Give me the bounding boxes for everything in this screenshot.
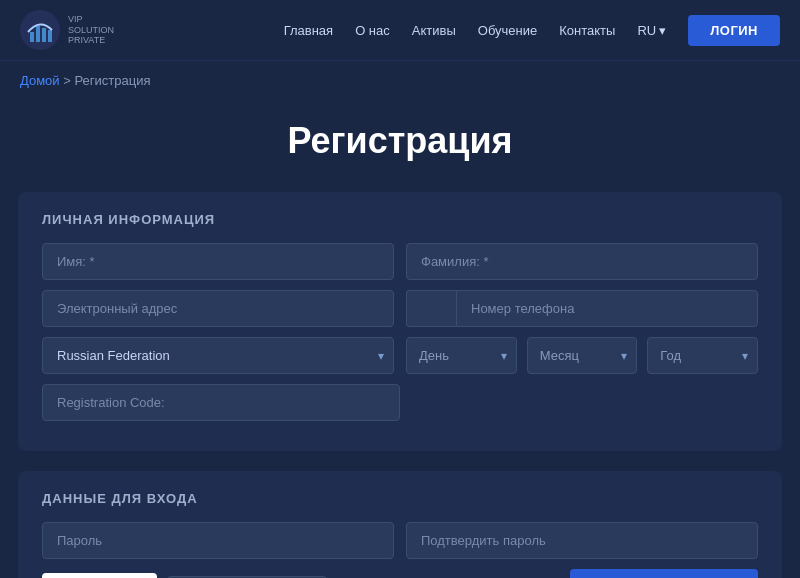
password-input[interactable]	[42, 522, 394, 559]
year-select-wrapper: Год 20002001 ▾	[647, 337, 758, 374]
day-select-wrapper: День 123 ▾	[406, 337, 517, 374]
main-nav: Главная О нас Активы Обучение Контакты R…	[284, 15, 780, 46]
phone-prefix-input[interactable]: 7	[406, 290, 456, 327]
breadcrumb-home[interactable]: Домой	[20, 73, 60, 88]
captcha-register-row: DSEET Я прочитал, понял и принимаю Услов…	[42, 569, 758, 578]
year-select[interactable]: Год 20002001	[647, 337, 758, 374]
month-select-wrapper: Месяц 123 ▾	[527, 337, 638, 374]
breadcrumb: Домой > Регистрация	[0, 61, 800, 100]
password-wrapper	[42, 522, 394, 559]
page-title: Регистрация	[0, 100, 800, 192]
login-section-title: ДАННЫЕ ДЛЯ ВХОДА	[42, 491, 758, 506]
personal-info-section: ЛИЧНАЯ ИНФОРМАЦИЯ 7 Russian Federation U…	[18, 192, 782, 451]
email-wrapper	[42, 290, 394, 327]
password-row	[42, 522, 758, 559]
first-name-wrapper	[42, 243, 394, 280]
svg-rect-2	[36, 26, 40, 42]
logo-text: VIP SOLUTION PRIVATE	[68, 14, 128, 46]
breadcrumb-current: Регистрация	[74, 73, 150, 88]
nav-about[interactable]: О нас	[355, 23, 390, 38]
logo-area: VIP SOLUTION PRIVATE	[20, 10, 128, 50]
day-select[interactable]: День 123	[406, 337, 517, 374]
first-name-input[interactable]	[42, 243, 394, 280]
svg-rect-1	[30, 32, 34, 42]
nav-contacts[interactable]: Контакты	[559, 23, 615, 38]
breadcrumb-separator: >	[63, 73, 71, 88]
login-button[interactable]: ЛОГИН	[688, 15, 780, 46]
captcha-image: DSEET	[42, 573, 157, 578]
phone-input[interactable]	[456, 290, 758, 327]
chevron-down-icon: ▾	[659, 23, 666, 38]
country-select[interactable]: Russian Federation United States Germany…	[42, 337, 394, 374]
language-selector[interactable]: RU ▾	[637, 23, 666, 38]
reg-code-row	[42, 384, 758, 421]
country-date-row: Russian Federation United States Germany…	[42, 337, 758, 374]
confirm-password-wrapper	[406, 522, 758, 559]
reg-code-wrapper	[42, 384, 400, 421]
country-select-wrapper: Russian Federation United States Germany…	[42, 337, 394, 374]
name-row	[42, 243, 758, 280]
header: VIP SOLUTION PRIVATE Главная О нас Актив…	[0, 0, 800, 61]
login-data-section: ДАННЫЕ ДЛЯ ВХОДА DSEET Я прочитал, понял…	[18, 471, 782, 578]
last-name-input[interactable]	[406, 243, 758, 280]
nav-assets[interactable]: Активы	[412, 23, 456, 38]
bottom-right: Я прочитал, понял и принимаю Условия и П…	[337, 569, 758, 578]
register-button[interactable]: ЗАРЕГИСТРОВАТЬСЯСЕЙЧАС	[570, 569, 758, 578]
registration-code-input[interactable]	[42, 384, 400, 421]
month-select[interactable]: Месяц 123	[527, 337, 638, 374]
logo-icon	[20, 10, 60, 50]
email-phone-row: 7	[42, 290, 758, 327]
nav-home[interactable]: Главная	[284, 23, 333, 38]
last-name-wrapper	[406, 243, 758, 280]
email-input[interactable]	[42, 290, 394, 327]
personal-section-title: ЛИЧНАЯ ИНФОРМАЦИЯ	[42, 212, 758, 227]
svg-rect-3	[42, 28, 46, 42]
confirm-password-input[interactable]	[406, 522, 758, 559]
date-row: День 123 ▾ Месяц 123 ▾ Год 20002001 ▾	[406, 337, 758, 374]
nav-education[interactable]: Обучение	[478, 23, 537, 38]
phone-wrapper: 7	[406, 290, 758, 327]
svg-rect-4	[48, 30, 52, 42]
